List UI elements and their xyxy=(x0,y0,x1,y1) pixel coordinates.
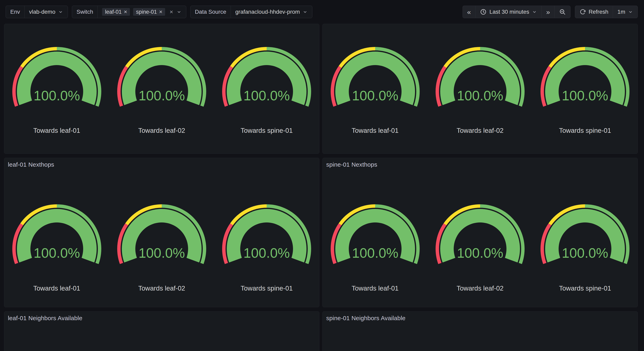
gauge-value: 100.0% xyxy=(457,88,504,103)
gauge-label: Towards spine-01 xyxy=(559,284,611,292)
panel-title[interactable]: spine-01 Neighbors Available xyxy=(326,315,634,321)
switch-label: Switch xyxy=(72,6,98,18)
chevron-down-icon xyxy=(532,9,537,15)
gauge-value: 100.0% xyxy=(138,88,185,103)
chip-text: leaf-01 xyxy=(105,9,122,15)
clear-selection-icon[interactable]: × xyxy=(170,9,173,15)
panel-leaf01-nexthops: leaf-01 Nexthops 100.0% Towards leaf-01 … xyxy=(4,158,320,307)
refresh-label: Refresh xyxy=(588,9,608,15)
switch-value-dropdown[interactable]: leaf-01×spine-01× × xyxy=(98,6,186,18)
switch-variable-control: Switch leaf-01×spine-01× × xyxy=(72,6,186,18)
gauge: 100.0% Towards leaf-01 xyxy=(4,47,109,134)
gauge-arc: 100.0% xyxy=(12,204,102,265)
gauge: 100.0% Towards spine-01 xyxy=(214,204,319,292)
gauge-arc: 100.0% xyxy=(435,47,525,107)
gauge: 100.0% Towards spine-01 xyxy=(533,47,638,134)
gauge-row: 100.0% Towards leaf-01 100.0% Towards le… xyxy=(4,204,319,292)
gauge-arc: 100.0% xyxy=(117,47,206,107)
zoom-out-icon xyxy=(559,9,566,15)
double-chevron-right-icon: » xyxy=(546,9,550,15)
clock-icon xyxy=(480,9,487,15)
datasource-value-dropdown[interactable]: grafanacloud-hhdev-prom xyxy=(230,6,312,18)
refresh-button[interactable]: Refresh xyxy=(575,6,613,18)
chip-text: spine-01 xyxy=(136,9,157,15)
panel-spine01-neighbors: spine-01 Neighbors Available xyxy=(322,311,638,351)
datasource-value: grafanacloud-hhdev-prom xyxy=(235,9,300,15)
gauge-label: Towards spine-01 xyxy=(241,127,293,134)
gauge: 100.0% Towards leaf-02 xyxy=(109,47,214,134)
refresh-interval-value: 1m xyxy=(618,9,625,15)
gauge-row: 100.0% Towards leaf-01 100.0% Towards le… xyxy=(4,47,319,134)
gauge: 100.0% Towards leaf-01 xyxy=(4,204,109,292)
refresh-controls: Refresh 1m xyxy=(575,6,638,18)
gauge-value: 100.0% xyxy=(352,245,398,260)
gauge-arc: 100.0% xyxy=(435,204,525,265)
gauge-arc: 100.0% xyxy=(12,47,102,107)
env-label-text: Env xyxy=(10,9,20,15)
gauge-value: 100.0% xyxy=(244,245,290,260)
zoom-out-button[interactable] xyxy=(554,6,570,18)
gauge: 100.0% Towards spine-01 xyxy=(533,204,638,292)
time-controls: « Last 30 minutes » xyxy=(462,6,571,18)
chevron-down-icon xyxy=(58,9,63,15)
toolbar-right-group: « Last 30 minutes » xyxy=(462,6,638,18)
double-chevron-left-icon: « xyxy=(467,9,471,15)
gauge-arc: 100.0% xyxy=(330,204,420,265)
gauge-value: 100.0% xyxy=(244,88,290,103)
switch-chip-leaf-01[interactable]: leaf-01× xyxy=(102,8,130,16)
refresh-interval-dropdown[interactable]: 1m xyxy=(613,6,638,18)
gauge-label: Towards leaf-01 xyxy=(33,127,80,134)
time-range-text: Last 30 minutes xyxy=(489,9,529,15)
gauge-value: 100.0% xyxy=(34,88,80,103)
gauge: 100.0% Towards leaf-02 xyxy=(109,204,214,292)
time-shift-forward-button[interactable]: » xyxy=(542,6,554,18)
gauge: 100.0% Towards leaf-01 xyxy=(322,47,428,134)
gauge-value: 100.0% xyxy=(34,245,80,260)
gauge-label: Towards spine-01 xyxy=(559,127,611,134)
gauge: 100.0% Towards leaf-01 xyxy=(322,204,428,292)
gauge-label: Towards leaf-02 xyxy=(138,127,185,134)
gauge: 100.0% Towards leaf-02 xyxy=(428,204,532,292)
datasource-picker: Data Source grafanacloud-hhdev-prom xyxy=(190,6,312,18)
panel-leaf01-neighbors: leaf-01 Neighbors Available xyxy=(4,311,320,351)
gauge-value: 100.0% xyxy=(352,88,398,103)
env-variable-control: Env vlab-demo xyxy=(6,6,68,18)
gauge: 100.0% Towards spine-01 xyxy=(214,47,319,134)
gauge-row: 100.0% Towards leaf-01 100.0% Towards le… xyxy=(322,47,638,134)
panel-title[interactable]: spine-01 Nexthops xyxy=(326,161,634,168)
chevron-down-icon xyxy=(302,9,308,15)
remove-chip-icon[interactable]: × xyxy=(124,9,127,15)
datasource-label-text: Data Source xyxy=(195,9,226,15)
gauge: 100.0% Towards leaf-02 xyxy=(428,47,532,134)
panel-title[interactable]: leaf-01 Nexthops xyxy=(8,161,316,168)
env-value: vlab-demo xyxy=(29,9,56,15)
panel-uplinks-right: 100.0% Towards leaf-01 100.0% Towards le… xyxy=(322,24,638,154)
gauge-value: 100.0% xyxy=(138,245,185,260)
env-value-dropdown[interactable]: vlab-demo xyxy=(24,6,68,18)
gauge-value: 100.0% xyxy=(457,245,504,260)
chevron-down-icon xyxy=(628,9,633,15)
remove-chip-icon[interactable]: × xyxy=(159,9,162,15)
gauge-label: Towards leaf-01 xyxy=(352,127,398,134)
gauge-arc: 100.0% xyxy=(540,47,630,107)
gauge-row: 100.0% Towards leaf-01 100.0% Towards le… xyxy=(322,204,638,292)
dashboard-toolbar: Env vlab-demo Switch leaf-01×spine-01× ×… xyxy=(6,6,638,18)
gauge-arc: 100.0% xyxy=(117,204,206,265)
gauge-value: 100.0% xyxy=(562,245,608,260)
chevron-down-icon xyxy=(176,9,182,15)
gauge-arc: 100.0% xyxy=(222,204,312,265)
time-range-picker[interactable]: Last 30 minutes xyxy=(475,6,542,18)
gauge-value: 100.0% xyxy=(562,88,608,103)
gauge-label: Towards leaf-02 xyxy=(457,284,504,292)
datasource-label: Data Source xyxy=(190,6,231,18)
gauge-label: Towards leaf-01 xyxy=(33,284,80,292)
switch-chip-spine-01[interactable]: spine-01× xyxy=(133,8,165,16)
panel-title[interactable]: leaf-01 Neighbors Available xyxy=(8,315,316,321)
gauge-label: Towards leaf-02 xyxy=(457,127,504,134)
time-shift-back-button[interactable]: « xyxy=(463,6,476,18)
panel-uplinks-left: 100.0% Towards leaf-01 100.0% Towards le… xyxy=(4,24,320,154)
env-label: Env xyxy=(6,6,24,18)
gauge-label: Towards leaf-01 xyxy=(352,284,398,292)
gauge-arc: 100.0% xyxy=(330,47,420,107)
gauge-label: Towards leaf-02 xyxy=(138,284,185,292)
